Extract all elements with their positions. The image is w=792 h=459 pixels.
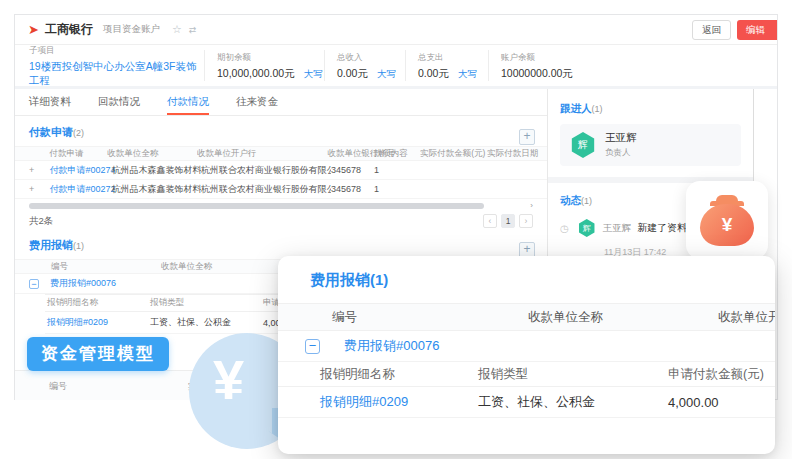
detail-id-link[interactable]: 报销明细#0209	[47, 316, 150, 329]
request-amount: 4,000.00	[668, 395, 775, 410]
payment-row[interactable]: + 付款申请#00274 杭州品木森鑫装饰材料有限公司 杭州联合农村商业银行股份…	[15, 161, 547, 180]
col-payee-account: 收款单位银行帐号	[327, 148, 373, 160]
expense-type: 工资、社保、公积金	[478, 393, 668, 411]
payment-content: 1	[374, 184, 421, 194]
activity-action: 新建了资料	[637, 221, 687, 235]
avatar: 辉	[578, 219, 596, 237]
field-value: 0.00元大写	[418, 67, 488, 81]
payment-table-header: 付款申请 收款单位全称 收款单位开户行 收款单位银行帐号 款项内容 实际付款金额…	[15, 146, 547, 161]
payee-account: 345678	[331, 184, 374, 194]
payment-content: 1	[374, 165, 421, 175]
col-expense-id: 编号	[51, 261, 161, 273]
col-id: 编号	[49, 380, 188, 400]
field-total-income: 总收入 0.00元大写	[324, 50, 405, 81]
account-title: 工商银行	[45, 21, 93, 38]
expense-popup: 费用报销(1) 编号 收款单位全称 收款单位开户行 − 费用报销#00076 报…	[278, 256, 775, 454]
tab-repayment[interactable]: 回款情况	[98, 89, 140, 115]
favorite-star-icon[interactable]: ☆	[172, 23, 182, 36]
payment-id-link[interactable]: 付款申请#00272	[49, 183, 111, 196]
prev-page-button[interactable]: ‹	[483, 214, 497, 228]
collapse-icon[interactable]: −	[29, 279, 39, 289]
popup-detail-row[interactable]: 报销明细#0209 工资、社保、公积金 4,000.00	[278, 387, 775, 418]
module-badge: 资金管理模型	[27, 337, 169, 371]
col-expense-type: 报销类型	[478, 366, 668, 383]
popup-subtable-header: 报销明细名称 报销类型 申请付款金额(元)	[278, 362, 775, 387]
col-payee-name: 收款单位全称	[107, 148, 197, 160]
moneybag-icon: ¥	[700, 204, 754, 246]
col-request-amount: 申请付款金额(元)	[668, 366, 775, 383]
tab-detail[interactable]: 详细资料	[29, 89, 71, 115]
expand-icon[interactable]: +	[29, 165, 49, 175]
moneybag-card: ¥	[686, 181, 768, 259]
payment-request-section: 付款申请(2) + 付款申请 收款单位全称 收款单位开户行 收款单位银行帐号 款…	[15, 125, 547, 228]
col-payee-name: 收款单位全称	[528, 309, 718, 326]
collapse-icon[interactable]: −	[305, 339, 320, 354]
col-expense-type: 报销类型	[150, 297, 263, 309]
daxie-link[interactable]: 大写	[304, 68, 323, 79]
clock-icon: ◷	[560, 223, 569, 234]
payment-row[interactable]: + 付款申请#00272 杭州品木森鑫装饰材料有限公司 杭州联合农村商业银行股份…	[15, 180, 547, 199]
current-page[interactable]: 1	[501, 214, 515, 228]
pagination: ‹ 1 ›	[483, 214, 533, 228]
follower-name: 王亚辉	[605, 131, 637, 145]
payee-bank: 杭州联合农村商业银行股份有限公司半山支行	[201, 164, 331, 177]
payee-bank: 杭州联合农村商业银行股份有限公司半山支行	[201, 183, 331, 196]
follower-role: 负责人	[605, 147, 637, 159]
payee-account: 345678	[331, 165, 374, 175]
field-label: 期初余额	[217, 52, 324, 64]
daxie-link[interactable]: 大写	[377, 68, 396, 79]
detail-id-link[interactable]: 报销明细#0209	[320, 393, 478, 411]
next-page-button[interactable]: ›	[519, 214, 533, 228]
field-value: 0.00元大写	[337, 67, 405, 81]
col-content: 款项内容	[373, 148, 420, 160]
payment-id-link[interactable]: 付款申请#00274	[49, 164, 111, 177]
payment-total-count: 共2条	[29, 215, 53, 228]
followers-title: 跟进人(1)	[560, 102, 741, 116]
expense-id-link[interactable]: 费用报销#00076	[50, 277, 116, 290]
top-bar: ➤ 工商银行 项目资金账户 ☆ ⇄ 返回 编辑	[15, 15, 777, 45]
back-button[interactable]: 返回	[692, 20, 731, 40]
col-actual-amount: 实际付款金额(元)	[420, 148, 487, 160]
screenshot-root: ➤ 工商银行 项目资金账户 ☆ ⇄ 返回 编辑 子项目 19楼西投创智中心办公室…	[0, 0, 792, 459]
field-total-expense: 总支出 0.00元大写	[405, 50, 488, 81]
field-label: 子项目	[29, 45, 204, 57]
scroll-right-icon[interactable]: ›	[530, 201, 533, 210]
field-account-balance: 账户余额 10000000.00元	[488, 50, 777, 81]
edit-button[interactable]: 编辑	[737, 20, 777, 40]
switch-view-icon[interactable]: ⇄	[189, 25, 197, 35]
popup-title: 费用报销(1)	[310, 271, 775, 290]
brand-arrow-icon: ➤	[28, 22, 39, 37]
field-label: 账户余额	[501, 52, 777, 64]
tab-transactions[interactable]: 往来资金	[236, 89, 278, 115]
payment-section-title: 付款申请(2)	[29, 125, 533, 140]
add-payment-button[interactable]: +	[519, 129, 535, 145]
col-payee-bank: 收款单位开户行	[718, 309, 775, 326]
follower-card[interactable]: 辉 王亚辉 负责人	[560, 124, 741, 166]
tab-bar: 详细资料 回款情况 付款情况 往来资金	[15, 89, 547, 116]
expense-section-title: 费用报销(1)	[29, 238, 533, 253]
col-payee-bank: 收款单位开户行	[197, 148, 328, 160]
field-label: 总收入	[337, 52, 405, 64]
payee-name: 杭州品木森鑫装饰材料有限公司	[111, 164, 200, 177]
payee-name: 杭州品木森鑫装饰材料有限公司	[111, 183, 200, 196]
daxie-link[interactable]: 大写	[458, 68, 477, 79]
field-label: 总支出	[418, 52, 488, 64]
col-payee-name: 收款单位全称	[161, 261, 285, 273]
subproject-link[interactable]: 19楼西投创智中心办公室A幢3F装饰工程	[29, 60, 204, 88]
avatar: 辉	[570, 132, 596, 158]
field-value: 10,000,000.00元大写	[217, 67, 324, 81]
popup-expense-row[interactable]: − 费用报销#00076	[278, 331, 775, 362]
popup-table-header: 编号 收款单位全称 收款单位开户行	[278, 303, 775, 331]
col-actual-date: 实际付款日期	[487, 148, 547, 160]
expense-id-link[interactable]: 费用报销#00076	[344, 337, 439, 355]
col-payment-id: 付款申请	[50, 148, 108, 160]
scrollbar-thumb[interactable]	[29, 203, 484, 209]
field-value: 10000000.00元	[501, 67, 777, 81]
activity-user: 王亚辉	[603, 222, 632, 235]
yuan-symbol-icon: ¥	[213, 347, 244, 412]
horizontal-scrollbar[interactable]: ›	[29, 203, 533, 209]
expand-icon[interactable]: +	[29, 184, 49, 194]
col-detail-name: 报销明细名称	[320, 366, 478, 383]
tab-payment[interactable]: 付款情况	[167, 89, 209, 115]
col-expense-id: 编号	[332, 309, 528, 326]
